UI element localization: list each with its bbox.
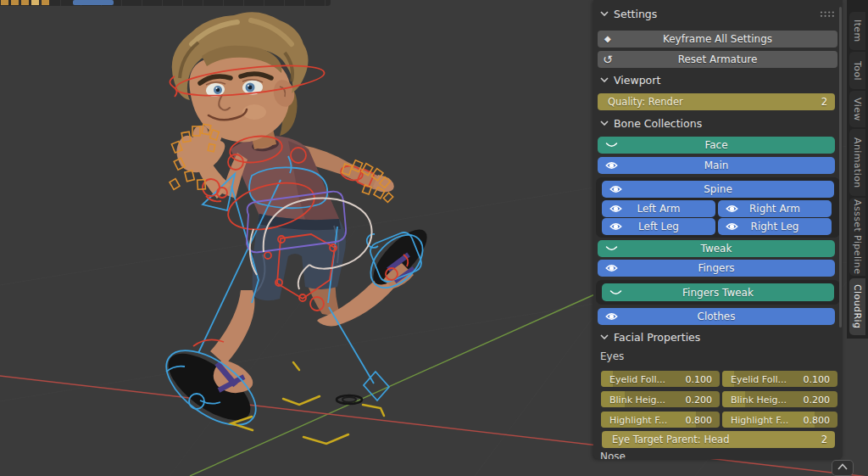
eye-closed-icon: [605, 141, 618, 150]
reset-armature-button[interactable]: ↺ Reset Armature: [598, 51, 837, 68]
bone-collection-left-leg[interactable]: Left Leg: [602, 218, 715, 235]
sidebar-panel: Settings ◆ Keyframe All Settings ↺ Reset…: [593, 0, 843, 459]
settings-panel-header[interactable]: Settings: [598, 5, 837, 22]
blender-window: Settings ◆ Keyframe All Settings ↺ Reset…: [0, 0, 868, 476]
eye-open-icon: [605, 312, 618, 322]
panel-drag-handle-icon[interactable]: [820, 10, 835, 18]
bone-collection-face[interactable]: Face: [598, 137, 835, 154]
panel-scrollbar[interactable]: [839, 7, 842, 328]
chevron-down-icon: [600, 11, 609, 16]
tab-animation[interactable]: Animation: [849, 129, 865, 196]
chevron-down-icon: [600, 334, 609, 339]
nose-group-label: Nose: [600, 451, 626, 459]
bone-collection-left-arm[interactable]: Left Arm: [602, 200, 715, 217]
eye-closed-icon: [609, 288, 622, 297]
bone-collection-fingers-tweak[interactable]: Fingers Tweak: [602, 283, 834, 301]
chevron-up-icon: [837, 463, 848, 470]
keyframe-marker[interactable]: [11, 0, 19, 5]
timeline-range-bar[interactable]: [73, 0, 114, 5]
keyframe-marker[interactable]: [1, 0, 8, 5]
scroll-up-button[interactable]: [832, 460, 854, 476]
chevron-down-icon: [600, 120, 609, 126]
tab-item[interactable]: Item: [849, 12, 865, 50]
eyelid-follow-right-slider[interactable]: Eyelid Foll... 0.100: [722, 371, 837, 387]
eyelid-follow-left-slider[interactable]: Eyelid Foll... 0.100: [601, 371, 720, 387]
reset-arrow-icon: ↺: [603, 53, 613, 65]
bone-collection-right-leg[interactable]: Right Leg: [718, 218, 832, 235]
tab-tool[interactable]: Tool: [849, 52, 865, 89]
chevron-down-icon: [600, 77, 609, 82]
keyframe-marker-selected[interactable]: [31, 0, 39, 5]
keyframe-marker[interactable]: [21, 0, 29, 5]
keyframe-diamond-icon: ◆: [604, 35, 611, 43]
highlight-follow-left-slider[interactable]: Highlight F... 0.800: [601, 412, 720, 428]
bone-collection-clothes[interactable]: Clothes: [598, 308, 835, 325]
viewport-section-header[interactable]: Viewport: [598, 71, 837, 88]
eye-open-icon: [726, 204, 738, 214]
eye-open-icon: [609, 185, 622, 194]
highlight-follow-right-slider[interactable]: Highlight F... 0.800: [722, 412, 837, 428]
panel-title: Settings: [614, 8, 657, 20]
timeline-strip: [0, 0, 331, 6]
sidebar-tab-strip: Item Tool View Animation Assset Pipeline…: [847, 0, 868, 339]
eye-target-parent-field[interactable]: Eye Target Parent: Head 2: [602, 431, 835, 448]
blink-height-left-slider[interactable]: Blink Heig... 0.200: [601, 391, 720, 407]
bone-collection-group-fingers: Fingers Tweak: [596, 280, 840, 305]
bone-collection-right-arm[interactable]: Right Arm: [718, 200, 832, 217]
bone-collection-spine[interactable]: Spine: [602, 181, 834, 198]
keyframe-all-settings-button[interactable]: ◆ Keyframe All Settings: [598, 31, 837, 48]
eye-open-icon: [609, 204, 622, 214]
bone-collection-main[interactable]: Main: [598, 157, 835, 174]
eye-open-icon: [726, 222, 738, 232]
eyes-group-label: Eyes: [600, 350, 624, 362]
bone-collection-group-body: Spine Left Arm Right Arm Left Leg Right …: [596, 177, 840, 238]
tab-asset-pipeline[interactable]: Assset Pipeline: [849, 198, 865, 276]
eye-open-icon: [605, 264, 618, 273]
eye-open-icon: [605, 161, 618, 171]
eye-closed-icon: [605, 244, 618, 254]
quality-render-slider[interactable]: Quality: Render 2: [598, 93, 835, 110]
bone-collection-fingers[interactable]: Fingers: [598, 260, 835, 277]
bone-collection-tweak[interactable]: Tweak: [598, 240, 835, 257]
tab-cloudrig[interactable]: CloudRig: [849, 278, 865, 335]
blink-height-right-slider[interactable]: Blink Heig... 0.200: [722, 391, 837, 407]
keyframe-marker[interactable]: [42, 0, 49, 5]
tab-view[interactable]: View: [849, 91, 865, 127]
eye-open-icon: [609, 222, 622, 232]
bone-collections-section-header[interactable]: Bone Collections: [598, 115, 837, 132]
facial-properties-section-header[interactable]: Facial Properties: [598, 328, 837, 345]
